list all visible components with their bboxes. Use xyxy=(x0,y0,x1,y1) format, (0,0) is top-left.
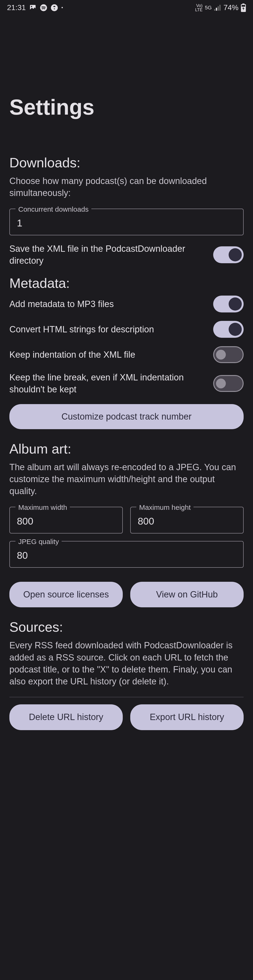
svg-rect-7 xyxy=(219,5,220,11)
battery-icon xyxy=(241,3,246,12)
max-width-input[interactable] xyxy=(17,515,115,527)
album-art-title: Album art: xyxy=(10,441,243,457)
export-url-history-button[interactable]: Export URL history xyxy=(130,704,243,730)
status-left: 21:31 • xyxy=(7,3,63,12)
signal-icon xyxy=(214,5,221,11)
delete-url-history-button[interactable]: Delete URL history xyxy=(10,704,123,730)
spotify-icon xyxy=(40,4,47,11)
keep-linebreak-label: Keep the line break, even if XML indenta… xyxy=(10,372,206,396)
max-height-input[interactable] xyxy=(138,515,236,527)
status-time: 21:31 xyxy=(7,3,26,12)
downloads-title: Downloads: xyxy=(10,155,243,170)
svg-rect-8 xyxy=(242,3,245,4)
sources-divider xyxy=(10,697,243,697)
dot-icon: • xyxy=(61,5,63,10)
svg-rect-6 xyxy=(218,6,219,11)
save-xml-toggle[interactable] xyxy=(213,247,243,263)
svg-point-3 xyxy=(51,4,57,11)
max-height-field[interactable]: Maximum height xyxy=(130,507,243,533)
status-bar: 21:31 • Vo) LTE 5G 74% xyxy=(0,0,253,15)
svg-rect-5 xyxy=(216,8,217,11)
concurrent-downloads-label: Concurrent downloads xyxy=(16,205,91,213)
add-metadata-label: Add metadata to MP3 files xyxy=(10,298,114,310)
add-metadata-toggle[interactable] xyxy=(213,296,243,312)
svg-point-1 xyxy=(31,6,32,7)
view-github-button[interactable]: View on GitHub xyxy=(130,582,243,608)
concurrent-downloads-input[interactable] xyxy=(17,218,236,229)
status-vo: Vo) xyxy=(196,3,203,8)
status-right: Vo) LTE 5G 74% xyxy=(195,3,246,12)
jpeg-quality-label: JPEG quality xyxy=(16,538,62,546)
max-width-field[interactable]: Maximum width xyxy=(10,507,123,533)
sources-desc: Every RSS feed downloaded with PodcastDo… xyxy=(10,640,243,687)
status-battery-pct: 74% xyxy=(223,3,239,12)
customize-track-button[interactable]: Customize podcast track number xyxy=(10,404,243,429)
metadata-title: Metadata: xyxy=(10,275,243,291)
image-icon xyxy=(29,4,37,11)
app-icon xyxy=(51,4,58,11)
keep-indent-label: Keep indentation of the XML file xyxy=(10,349,135,361)
keep-indent-toggle[interactable] xyxy=(213,346,243,363)
svg-rect-4 xyxy=(214,9,215,11)
concurrent-downloads-field[interactable]: Concurrent downloads xyxy=(10,208,243,235)
album-art-desc: The album art will always re-encoded to … xyxy=(10,461,243,497)
svg-rect-10 xyxy=(242,5,245,7)
keep-linebreak-toggle[interactable] xyxy=(213,375,243,392)
jpeg-quality-input[interactable] xyxy=(17,550,236,561)
page-title: Settings xyxy=(10,95,243,119)
downloads-desc: Choose how many podcast(s) can be downlo… xyxy=(10,175,243,199)
convert-html-label: Convert HTML strings for description xyxy=(10,323,154,336)
open-source-licenses-button[interactable]: Open source licenses xyxy=(10,582,123,608)
max-height-label: Maximum height xyxy=(136,503,194,511)
convert-html-toggle[interactable] xyxy=(213,321,243,338)
save-xml-label: Save the XML file in the PodcastDownload… xyxy=(10,243,206,267)
max-width-label: Maximum width xyxy=(16,503,70,511)
sources-title: Sources: xyxy=(10,619,243,635)
jpeg-quality-field[interactable]: JPEG quality xyxy=(10,541,243,568)
status-5g: 5G xyxy=(205,5,212,10)
status-lte: LTE xyxy=(195,8,203,12)
